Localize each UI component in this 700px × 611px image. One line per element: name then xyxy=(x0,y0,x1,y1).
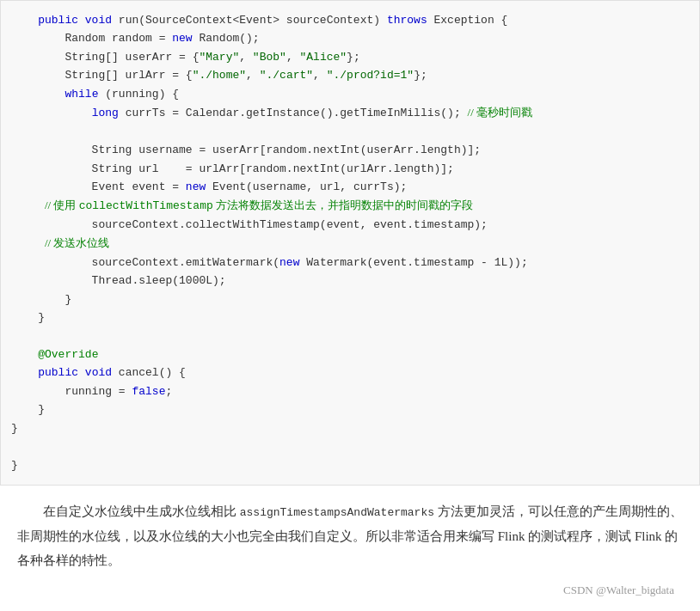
code-line: sourceContext.emitWatermark(new Watermar… xyxy=(11,254,689,272)
description-paragraph: 在自定义水位线中生成水位线相比 assignTimestampsAndWater… xyxy=(17,499,683,573)
code-line: Event event = new Event(username, url, c… xyxy=(11,178,689,196)
code-line: } xyxy=(11,290,689,309)
code-line: Thread.sleep(1000L); xyxy=(11,272,689,290)
code-line: long currTs = Calendar.getInstance().get… xyxy=(11,103,689,122)
code-line: Random random = new Random(); xyxy=(11,29,689,47)
code-line: running = false; xyxy=(11,382,689,400)
code-line: } xyxy=(11,419,689,437)
code-line: } xyxy=(11,456,689,474)
code-line: // 发送水位线 xyxy=(11,234,689,253)
code-line: String url = urlArr[random.nextInt(urlAr… xyxy=(11,160,689,178)
text-section: 在自定义水位线中生成水位线相比 assignTimestampsAndWater… xyxy=(0,486,700,611)
code-line: String username = userArr[random.nextInt… xyxy=(11,141,689,159)
code-line: @Override xyxy=(11,345,689,364)
code-line: while (running) { xyxy=(11,85,689,103)
code-line xyxy=(11,437,689,455)
code-line xyxy=(11,123,689,141)
code-content: public void run(SourceContext<Event> sou… xyxy=(1,11,699,474)
code-line: public void cancel() { xyxy=(11,364,689,382)
code-line: sourceContext.collectWithTimestamp(event… xyxy=(11,216,689,234)
watermark: CSDN @Walter_bigdata xyxy=(17,580,683,602)
code-line: String[] urlArr = {"./home", "./cart", "… xyxy=(11,66,689,84)
inline-code-assign: assignTimestampsAndWatermarks xyxy=(240,506,434,519)
code-line: } xyxy=(11,400,689,419)
code-line: } xyxy=(11,309,689,327)
code-line: String[] userArr = {"Mary", "Bob", "Alic… xyxy=(11,48,689,66)
code-block: public void run(SourceContext<Event> sou… xyxy=(0,0,700,486)
code-line: // 使用 collectWithTimestamp 方法将数据发送出去，并指明… xyxy=(11,196,689,215)
page-container: public void run(SourceContext<Event> sou… xyxy=(0,0,700,611)
code-line: public void run(SourceContext<Event> sou… xyxy=(11,11,689,29)
code-line xyxy=(11,327,689,345)
